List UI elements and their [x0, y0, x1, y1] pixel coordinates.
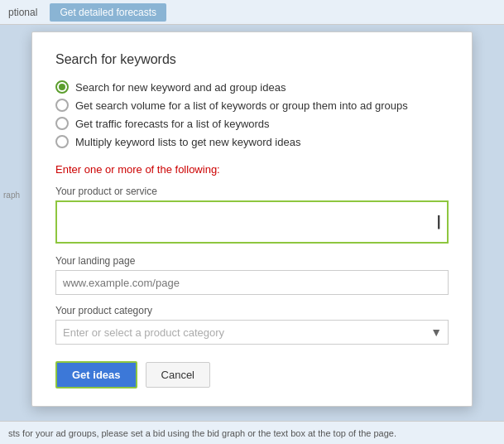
product-input[interactable]: [55, 200, 449, 244]
product-input-wrapper: ┃: [55, 200, 449, 244]
radio-input-2[interactable]: [55, 99, 69, 112]
radio-input-1[interactable]: [55, 80, 69, 94]
landing-label: Your landing page: [55, 255, 449, 267]
cancel-button[interactable]: Cancel: [146, 362, 210, 388]
radio-input-4[interactable]: [55, 135, 69, 148]
bottom-bar: sts for your ad groups, please set a bid…: [0, 421, 504, 444]
category-select[interactable]: Enter or select a product category: [55, 320, 449, 345]
modal-dialog: Search for keywords Search for new keywo…: [31, 31, 473, 407]
product-label: Your product or service: [55, 186, 449, 197]
radio-group: Search for new keyword and ad group idea…: [55, 80, 449, 148]
radio-label-1: Search for new keyword and ad group idea…: [75, 81, 286, 94]
button-row: Get ideas Cancel: [55, 361, 449, 388]
modal-title: Search for keywords: [55, 52, 449, 67]
top-bar-text: ptional: [8, 7, 37, 18]
radio-option-4[interactable]: Multiply keyword lists to get new keywor…: [55, 135, 449, 148]
radio-label-2: Get search volume for a list of keywords…: [75, 99, 408, 112]
landing-page-input[interactable]: [55, 270, 449, 295]
category-label: Your product category: [55, 305, 449, 316]
get-ideas-button[interactable]: Get ideas: [55, 361, 137, 388]
instructions-text: Enter one or more of the following:: [55, 163, 449, 176]
category-wrapper: Enter or select a product category ▼: [55, 320, 449, 345]
radio-option-1[interactable]: Search for new keyword and ad group idea…: [55, 80, 449, 94]
radio-option-2[interactable]: Get search volume for a list of keywords…: [55, 99, 449, 112]
radio-option-3[interactable]: Get traffic forecasts for a list of keyw…: [55, 117, 449, 130]
radio-label-3: Get traffic forecasts for a list of keyw…: [75, 118, 270, 130]
bottom-bar-text: sts for your ad groups, please set a bid…: [8, 428, 396, 438]
radio-input-3[interactable]: [55, 117, 69, 130]
forecast-button[interactable]: Get detailed forecasts: [50, 3, 166, 22]
left-graph-label: raph: [3, 191, 20, 200]
radio-label-4: Multiply keyword lists to get new keywor…: [75, 136, 300, 148]
top-bar: ptional Get detailed forecasts: [0, 0, 504, 25]
